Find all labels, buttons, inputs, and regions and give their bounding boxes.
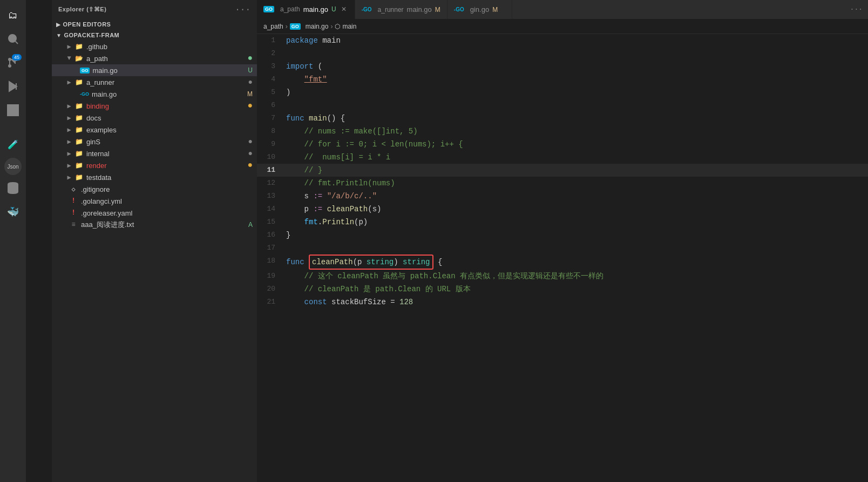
folder-icon4: 📁 [74,114,83,122]
gopacket-fram-section[interactable]: ▼ GOPACKET-FRAM [52,30,257,41]
internal-folder[interactable]: ▶ 📁 internal ● [52,148,257,159]
code-line-12: 12 // fmt.Println(nums) [257,177,868,190]
a-path-main-go[interactable]: GO main.go U [52,64,257,76]
breadcrumb-a-path[interactable]: a_path [263,23,283,30]
line-num-15: 15 [257,216,284,229]
code-editor[interactable]: 1 package main 2 3 import ( 4 "fmt" 5 [257,34,868,482]
search-icon[interactable] [2,28,24,50]
a-path-main-go-badge: U [248,66,253,74]
line-num-8: 8 [257,125,284,138]
breadcrumb: a_path › GO main.go › ⬡ main [257,19,868,34]
code-line-15: 15 fmt.Println(p) [257,216,868,229]
tab-badge-m-2: M [492,6,498,14]
svg-line-3 [16,42,18,44]
breadcrumb-main-go[interactable]: main.go [306,23,329,30]
go-tilde-icon: -GO [80,91,89,97]
a-path-main-go-label: main.go [92,66,248,75]
internal-label: internal [86,150,248,158]
goreleaser-label: .goreleaser.yaml [81,209,257,217]
tab-close-1[interactable]: ✕ [340,5,348,14]
explorer-icon[interactable]: 🗂 [2,4,24,26]
sidebar-header: Explorer (⇧⌘E) ··· [52,0,257,19]
lines-icon: ≡ [69,221,78,229]
code-line-8: 8 // nums := make([]int, 5) [257,125,868,138]
line-content-14: p := cleanPath(s) [284,203,868,216]
tab-a-path-prefix: a_path [280,5,300,13]
gopacket-fram-label: GOPACKET-FRAM [64,32,119,38]
testdata-folder[interactable]: ▶ 📁 testdata [52,171,257,183]
tab-gin-go[interactable]: -GO gin.go M [447,0,512,19]
code-line-19: 19 // 这个 cleanPath 虽然与 path.Clean 有点类似，但… [257,270,868,283]
line-content-2 [284,47,868,60]
run-icon[interactable] [2,76,24,97]
aaa-txt-badge: A [248,221,253,229]
a-path-dot: ● [247,53,253,63]
folder-icon9: 📁 [74,173,83,182]
json-icon[interactable]: Json [4,158,22,175]
test-icon[interactable]: 🧪 [2,134,24,156]
tab-main-go-label-2: main.go [407,5,432,14]
tab-go-tilde-icon-2: -GO [362,6,372,12]
line-content-16: } [284,229,868,242]
gitignore-file[interactable]: ◇ .gitignore [52,183,257,195]
aaa-txt-file[interactable]: ≡ aaa_阅读进度.txt A [52,219,257,231]
binding-dot: ● [247,101,253,111]
line-content-17 [284,242,868,255]
chevron-right-icon7: ▶ [65,150,73,158]
line-content-21: const stackBufSize = 128 [284,296,868,309]
binding-folder[interactable]: ▶ 📁 binding ● [52,100,257,112]
breadcrumb-main[interactable]: main [342,23,356,30]
svg-marker-8 [9,82,17,91]
tabs-bar: GO a_path main.go U ✕ -GO a_runner main.… [257,0,868,19]
a-path-folder[interactable]: ▼ 📂 a_path ● [52,52,257,64]
source-control-icon[interactable]: 45 [2,52,24,73]
folder-icon8: 📁 [74,162,83,170]
golangci-file[interactable]: ! .golangci.yml [52,195,257,207]
code-line-21: 21 const stackBufSize = 128 [257,296,868,309]
line-num-13: 13 [257,190,284,203]
line-num-5: 5 [257,86,284,99]
render-dot: ● [247,160,253,170]
code-line-3: 3 import ( [257,60,868,73]
line-content-5: ) [284,86,868,99]
line-content-3: import ( [284,60,868,73]
github-folder-label: .github [86,43,257,51]
database-icon[interactable] [2,177,24,199]
go-file-icon: GO [80,68,90,73]
a-runner-main-go[interactable]: -GO main.go M [52,88,257,100]
tabs-more-button[interactable]: ··· [845,0,868,19]
line-num-11: 11 [257,164,284,177]
extensions-icon[interactable] [2,99,24,121]
diamond-icon: ◇ [69,185,78,193]
chevron-right-icon8: ▶ [65,162,73,170]
line-num-2: 2 [257,47,284,60]
tab-a-runner-main-go[interactable]: -GO a_runner main.go M [355,0,447,19]
code-line-6: 6 [257,99,868,112]
sidebar-more-button[interactable]: ··· [235,5,250,15]
breadcrumb-sep-2: › [330,23,333,30]
open-editors-section[interactable]: ▶ OPEN EDITORS [52,19,257,30]
docs-folder[interactable]: ▶ 📁 docs [52,112,257,124]
tab-badge-m: M [435,6,440,14]
render-folder[interactable]: ▶ 📁 render ● [52,159,257,171]
chevron-right-icon2: ▶ [65,78,73,86]
source-control-badge: 45 [12,54,22,61]
cleanpath-highlight-box: cleanPath(p string) string [309,255,433,270]
line-num-17: 17 [257,242,284,255]
line-content-4: "fmt" [284,73,868,86]
a-runner-folder[interactable]: ▶ 📁 a_runner ● [52,76,257,88]
binding-label: binding [86,102,247,110]
github-folder[interactable]: ▶ 📁 .github [52,41,257,52]
svg-rect-10 [8,105,12,110]
docker-icon[interactable]: 🐳 [2,201,24,223]
examples-folder[interactable]: ▶ 📁 examples [52,124,257,136]
tab-a-path-main-go[interactable]: GO a_path main.go U ✕ [257,0,355,19]
svg-point-4 [9,58,11,61]
goreleaser-file[interactable]: ! .goreleaser.yaml [52,207,257,219]
line-content-1: package main [284,34,868,47]
code-line-10: 10 // nums[i] = i * i [257,151,868,164]
folder-open-icon: 📂 [74,55,83,63]
open-editors-label: OPEN EDITORS [63,21,111,28]
gins-folder[interactable]: ▶ 📁 ginS ● [52,136,257,148]
testdata-label: testdata [86,173,257,182]
